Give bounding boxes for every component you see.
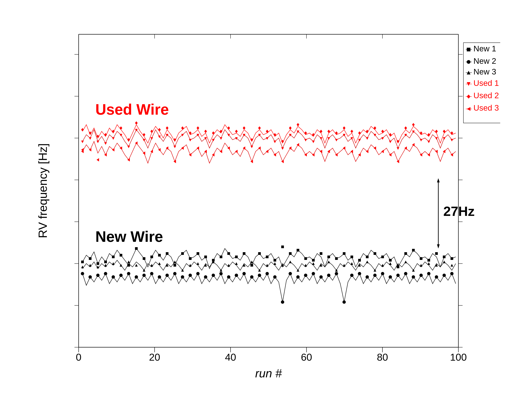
x-tick-20: 20 xyxy=(149,352,160,363)
svg-rect-214 xyxy=(335,257,338,260)
svg-point-241 xyxy=(165,274,169,277)
svg-rect-205 xyxy=(266,256,268,258)
svg-point-254 xyxy=(266,272,269,275)
svg-rect-215 xyxy=(343,252,345,255)
svg-point-267 xyxy=(366,275,369,279)
svg-point-246 xyxy=(204,275,207,279)
legend-used2: Used 2 xyxy=(474,91,499,100)
svg-point-266 xyxy=(358,272,361,275)
svg-point-278 xyxy=(450,272,454,275)
svg-point-251 xyxy=(242,272,246,275)
svg-point-260 xyxy=(312,272,315,275)
svg-point-258 xyxy=(296,275,300,279)
svg-rect-217 xyxy=(358,259,361,262)
svg-point-265 xyxy=(350,274,353,277)
svg-rect-196 xyxy=(197,252,199,255)
svg-rect-202 xyxy=(243,252,246,255)
legend-used1: Used 1 xyxy=(474,79,499,87)
legend-new1: New 1 xyxy=(474,44,496,53)
svg-point-250 xyxy=(235,274,238,277)
svg-point-248 xyxy=(219,272,223,275)
svg-rect-186 xyxy=(120,254,122,257)
legend-used3: Used 3 xyxy=(474,104,499,112)
x-tick-60: 60 xyxy=(301,352,312,363)
svg-rect-229 xyxy=(451,257,453,260)
x-tick-0: 0 xyxy=(76,352,81,363)
svg-point-264 xyxy=(342,300,346,304)
svg-point-245 xyxy=(196,272,200,275)
svg-point-234 xyxy=(112,275,115,279)
svg-rect-203 xyxy=(250,264,253,267)
legend-new3: New 3 xyxy=(474,67,496,76)
svg-point-261 xyxy=(319,275,323,279)
svg-rect-188 xyxy=(135,247,138,250)
svg-rect-204 xyxy=(258,252,261,255)
svg-point-255 xyxy=(273,275,276,279)
chart-container: 0 20 40 60 80 100 run # RV frequency [Hz… xyxy=(32,21,500,389)
svg-point-268 xyxy=(373,274,377,277)
svg-rect-220 xyxy=(381,256,384,258)
x-tick-80: 80 xyxy=(377,352,388,363)
x-tick-40: 40 xyxy=(225,352,236,363)
svg-rect-181 xyxy=(81,261,84,263)
svg-rect-195 xyxy=(189,257,191,260)
svg-rect-194 xyxy=(181,252,184,255)
gap-annotation: 27Hz xyxy=(443,204,475,219)
x-tick-100: 100 xyxy=(450,352,467,363)
svg-rect-187 xyxy=(127,264,130,267)
legend-new2: New 2 xyxy=(474,57,496,66)
svg-point-263 xyxy=(335,272,338,275)
svg-point-259 xyxy=(304,274,307,277)
svg-point-269 xyxy=(381,272,384,275)
svg-rect-200 xyxy=(227,252,230,255)
used-wire-label: Used Wire xyxy=(95,101,169,118)
svg-rect-210 xyxy=(304,257,307,260)
svg-rect-218 xyxy=(366,256,369,258)
svg-rect-216 xyxy=(351,256,353,258)
svg-point-244 xyxy=(189,274,192,277)
svg-point-262 xyxy=(327,274,330,277)
svg-rect-189 xyxy=(143,257,145,260)
svg-rect-208 xyxy=(289,252,292,255)
y-axis-label: RV frequency [Hz] xyxy=(36,143,49,238)
svg-point-256 xyxy=(281,300,284,304)
svg-rect-225 xyxy=(420,257,422,260)
svg-rect-193 xyxy=(173,264,176,267)
svg-point-271 xyxy=(396,274,400,277)
svg-rect-201 xyxy=(235,256,238,258)
svg-rect-228 xyxy=(443,256,446,258)
svg-rect-192 xyxy=(166,252,169,255)
svg-point-257 xyxy=(289,272,292,275)
svg-point-273 xyxy=(412,275,415,279)
svg-rect-211 xyxy=(312,259,315,262)
svg-rect-197 xyxy=(204,256,207,258)
svg-point-252 xyxy=(250,275,253,279)
svg-point-235 xyxy=(119,274,123,277)
svg-rect-213 xyxy=(327,256,330,258)
svg-rect-226 xyxy=(428,259,430,262)
svg-point-240 xyxy=(158,275,161,279)
svg-point-232 xyxy=(96,274,100,277)
svg-point-270 xyxy=(389,275,392,279)
svg-point-237 xyxy=(135,275,138,279)
svg-point-230 xyxy=(81,272,84,275)
svg-point-277 xyxy=(443,274,446,277)
svg-rect-185 xyxy=(112,256,114,258)
svg-point-233 xyxy=(104,272,107,275)
svg-point-253 xyxy=(258,274,261,277)
svg-rect-206 xyxy=(274,259,276,262)
svg-rect-190 xyxy=(150,256,153,258)
svg-rect-209 xyxy=(297,249,299,251)
svg-point-275 xyxy=(427,272,430,275)
svg-point-274 xyxy=(419,274,423,277)
svg-point-243 xyxy=(181,275,184,279)
svg-point-249 xyxy=(227,275,230,279)
new-wire-label: New Wire xyxy=(95,228,163,245)
svg-rect-183 xyxy=(96,262,99,265)
svg-rect-0 xyxy=(32,21,500,389)
svg-rect-223 xyxy=(404,252,407,255)
svg-point-242 xyxy=(173,272,177,275)
svg-rect-219 xyxy=(374,252,376,255)
svg-rect-207 xyxy=(281,246,284,248)
svg-point-272 xyxy=(404,272,407,275)
